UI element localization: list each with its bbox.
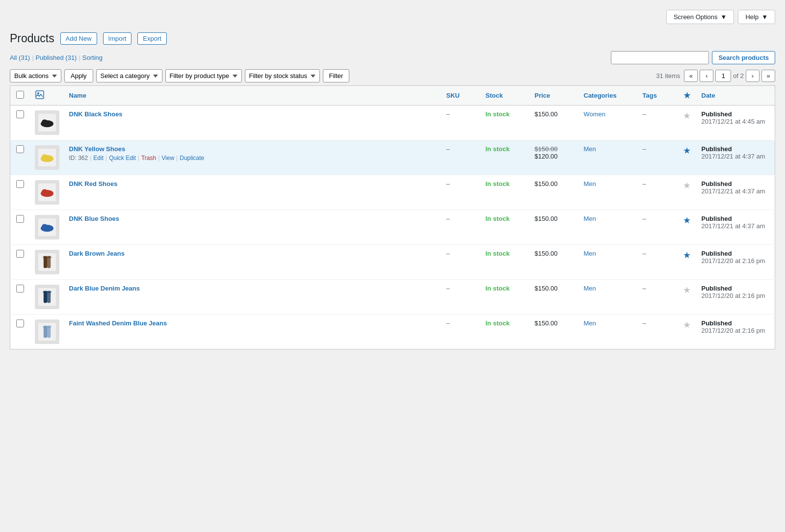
product-sku-cell: –	[442, 175, 481, 210]
row-checkbox-cell	[10, 106, 30, 140]
category-link[interactable]: Men	[584, 180, 596, 187]
sep2: |	[78, 54, 80, 61]
product-thumbnail	[35, 180, 59, 205]
featured-star-icon[interactable]: ★	[683, 181, 691, 190]
product-name-link[interactable]: DNK Blue Shoes	[69, 215, 120, 222]
th-featured[interactable]: ★	[677, 86, 697, 106]
row-checkbox[interactable]	[16, 319, 24, 327]
th-sku[interactable]: SKU	[442, 86, 481, 106]
product-name-link[interactable]: DNK Red Shoes	[69, 180, 118, 187]
svg-point-5	[45, 121, 52, 125]
product-sku-cell: –	[442, 140, 481, 175]
products-tbody: DNK Black Shoes–In stock$150.00Women–★Pu…	[10, 106, 775, 349]
bulk-actions-select[interactable]: Bulk actions	[10, 69, 61, 82]
date-status: Published	[702, 250, 770, 257]
row-actions: ID: 362 | Edit | Quick Edit | Trash | Vi…	[69, 155, 437, 161]
product-sku-cell: –	[442, 315, 481, 349]
th-categories[interactable]: Categories	[579, 86, 638, 106]
featured-star-icon[interactable]: ★	[683, 215, 691, 225]
th-name[interactable]: Name	[64, 86, 442, 106]
row-checkbox[interactable]	[16, 110, 24, 118]
product-tags-cell: –	[638, 175, 677, 210]
page-number-input[interactable]	[715, 70, 731, 82]
quick-edit-link[interactable]: Quick Edit	[109, 155, 136, 161]
search-products-button[interactable]: Search products	[712, 51, 775, 64]
featured-star-icon[interactable]: ★	[683, 320, 691, 330]
product-featured-cell: ★	[677, 175, 697, 210]
all-link[interactable]: All (31)	[10, 54, 30, 61]
product-price-cell: $150.00$120.00	[530, 140, 579, 175]
row-checkbox[interactable]	[16, 285, 24, 293]
duplicate-link[interactable]: Duplicate	[180, 155, 204, 161]
svg-point-9	[45, 156, 52, 160]
featured-star-icon[interactable]: ★	[683, 285, 691, 295]
product-tags-cell: –	[638, 210, 677, 245]
th-price[interactable]: Price	[530, 86, 579, 106]
category-link[interactable]: Men	[584, 319, 596, 327]
last-page-button[interactable]: »	[761, 70, 775, 82]
product-name-link[interactable]: DNK Black Shoes	[69, 110, 123, 118]
sorting-link[interactable]: Sorting	[82, 54, 103, 61]
first-page-button[interactable]: «	[684, 70, 698, 82]
product-name-link[interactable]: Faint Washed Denim Blue Jeans	[69, 319, 167, 327]
product-featured-cell: ★	[677, 315, 697, 349]
product-name-link[interactable]: Dark Blue Denim Jeans	[69, 285, 140, 292]
all-label: All	[10, 54, 17, 61]
edit-link[interactable]: Edit	[93, 155, 104, 161]
category-link[interactable]: Men	[584, 145, 596, 153]
add-new-button[interactable]: Add New	[60, 32, 97, 45]
price-value: $150.00	[535, 285, 558, 292]
filter-stock-status-select[interactable]: Filter by stock status	[245, 69, 320, 82]
th-date[interactable]: Date	[697, 86, 775, 106]
table-row: Dark Brown Jeans–In stock$150.00Men–★Pub…	[10, 245, 775, 280]
product-sku-cell: –	[442, 245, 481, 280]
price-value: $150.00	[535, 215, 558, 222]
trash-link[interactable]: Trash	[141, 155, 156, 161]
product-name-cell: Faint Washed Denim Blue Jeans	[64, 315, 442, 349]
prev-page-button[interactable]: ‹	[700, 70, 713, 82]
stock-value: In stock	[486, 319, 510, 327]
category-link[interactable]: Women	[584, 110, 606, 118]
row-checkbox[interactable]	[16, 180, 24, 188]
screen-options-button[interactable]: Screen Options ▼	[666, 10, 734, 24]
table-header-row: Name SKU Stock Price Categories Tags ★ D…	[10, 86, 775, 106]
select-all-checkbox[interactable]	[16, 91, 24, 99]
import-button[interactable]: Import	[103, 32, 132, 45]
product-categories-cell: Men	[579, 245, 638, 280]
row-checkbox-cell	[10, 280, 30, 315]
next-page-button[interactable]: ›	[746, 70, 759, 82]
row-checkbox[interactable]	[16, 215, 24, 223]
apply-button[interactable]: Apply	[64, 69, 93, 82]
svg-point-1	[37, 92, 39, 94]
published-link[interactable]: Published (31)	[36, 54, 77, 61]
view-link[interactable]: View	[161, 155, 174, 161]
product-price-cell: $150.00	[530, 175, 579, 210]
product-name-link[interactable]: Dark Brown Jeans	[69, 250, 125, 257]
row-checkbox[interactable]	[16, 145, 24, 153]
category-link[interactable]: Men	[584, 285, 596, 292]
published-count: (31)	[65, 54, 77, 61]
search-input[interactable]	[611, 51, 709, 64]
filter-product-type-select[interactable]: Filter by product type	[165, 69, 242, 82]
help-button[interactable]: Help ▼	[738, 10, 775, 24]
row-checkbox[interactable]	[16, 250, 24, 258]
category-link[interactable]: Men	[584, 250, 596, 257]
featured-star-icon[interactable]: ★	[683, 146, 691, 156]
product-featured-cell: ★	[677, 210, 697, 245]
product-stock-cell: In stock	[481, 315, 530, 349]
th-tags[interactable]: Tags	[638, 86, 677, 106]
export-button[interactable]: Export	[137, 32, 167, 45]
top-bar: Screen Options ▼ Help ▼	[10, 10, 775, 24]
category-link[interactable]: Men	[584, 215, 596, 222]
date-status: Published	[702, 110, 770, 118]
product-date-cell: Published2017/12/21 at 4:37 am	[697, 175, 775, 210]
select-category-select[interactable]: Select a category	[96, 69, 162, 82]
tags-value: –	[643, 250, 646, 257]
th-stock[interactable]: Stock	[481, 86, 530, 106]
tags-value: –	[643, 180, 646, 187]
product-price-cell: $150.00	[530, 210, 579, 245]
filter-button[interactable]: Filter	[323, 69, 350, 82]
featured-star-icon[interactable]: ★	[683, 111, 691, 121]
featured-star-icon[interactable]: ★	[683, 250, 691, 260]
product-name-link[interactable]: DNK Yellow Shoes	[69, 145, 126, 153]
